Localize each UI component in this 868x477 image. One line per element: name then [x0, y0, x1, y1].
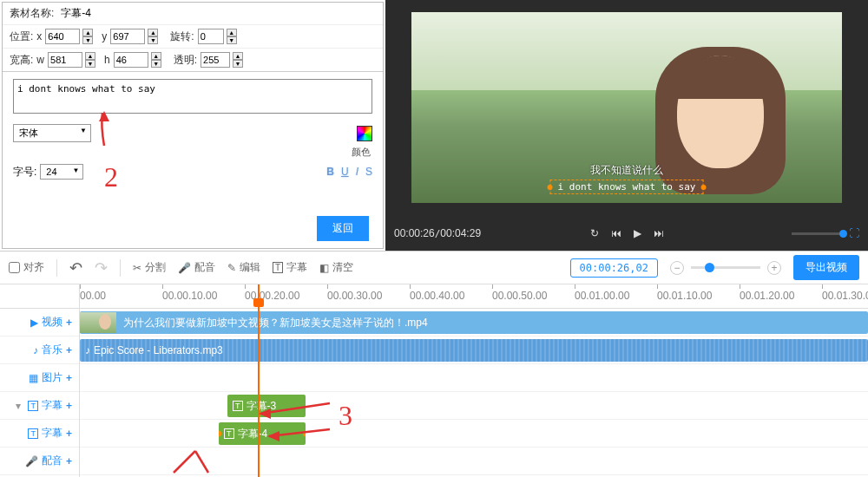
playhead[interactable] — [258, 284, 260, 477]
prev-icon[interactable]: ⏮ — [611, 227, 621, 239]
subtitle-clip-4[interactable]: T 字幕-4 — [219, 422, 306, 445]
timeline-toolbar: 对齐 ↶ ↷ ✂分割 🎤配音 ✎编辑 T字幕 ◧清空 00:00:26,02 −… — [0, 252, 868, 284]
fontsize-dropdown[interactable]: 24 — [40, 164, 83, 180]
color-picker-icon[interactable] — [357, 126, 372, 141]
plus-icon[interactable]: + — [66, 317, 72, 329]
volume-slider[interactable] — [792, 232, 844, 235]
x-spinner[interactable]: ▲▼ — [82, 29, 93, 44]
text-icon: T — [273, 262, 283, 273]
align-tool[interactable]: 对齐 — [9, 260, 44, 275]
time-ruler[interactable]: 00.00 00.00.10.00 00.00.20.00 00.00.30.0… — [80, 284, 868, 309]
x-label: x — [36, 30, 42, 42]
text-icon: T — [28, 401, 38, 411]
opacity-label: 透明: — [174, 53, 197, 68]
image-track-label[interactable]: ▦图片+ — [0, 364, 79, 392]
subtitle-clip-3[interactable]: T 字幕-3 — [227, 395, 306, 417]
mic-icon: 🎤 — [178, 262, 191, 274]
subtitle-track-label-2[interactable]: T字幕+ — [0, 420, 79, 448]
clip-handle-left[interactable] — [219, 431, 221, 437]
undo-icon[interactable]: ↶ — [69, 258, 82, 278]
image-icon: ▦ — [29, 372, 38, 384]
eraser-icon: ◧ — [319, 262, 329, 274]
play-icon[interactable]: ▶ — [634, 227, 641, 239]
voice-track-label[interactable]: 🎤配音+ — [0, 448, 79, 475]
zoom-in-icon[interactable]: + — [767, 261, 781, 275]
rotate-label: 旋转: — [170, 29, 194, 44]
italic-button[interactable]: I — [356, 166, 358, 178]
edit-tool[interactable]: ✎编辑 — [227, 260, 260, 275]
video-clip[interactable]: 为什么我们要做新加坡中文视频？新加坡美女是这样子说的！.mp4 — [80, 311, 868, 334]
subtitle-tool[interactable]: T字幕 — [273, 260, 307, 275]
material-name-value: 字幕-4 — [61, 6, 91, 21]
size-label: 宽高: — [10, 53, 33, 68]
video-track[interactable]: 为什么我们要做新加坡中文视频？新加坡美女是这样子说的！.mp4 — [80, 309, 868, 337]
fontsize-label: 字号: — [13, 165, 36, 180]
font-family-dropdown[interactable]: 宋体 — [13, 124, 91, 142]
export-button[interactable]: 导出视频 — [793, 255, 859, 280]
voice-track[interactable] — [80, 448, 868, 475]
material-name-label: 素材名称: — [10, 6, 54, 21]
audio-track[interactable]: ♪ Epic Score - Liberators.mp3 — [80, 337, 868, 364]
opacity-input[interactable]: 255 — [201, 52, 230, 68]
video-preview-panel: 我不知道说什么 i dont knows what to say 00:00:2… — [385, 0, 868, 251]
video-track-label[interactable]: ▶视频+ — [0, 309, 79, 337]
subtitle-cn: 我不知道说什么 — [550, 163, 704, 178]
w-input[interactable]: 581 — [48, 52, 82, 68]
bold-button[interactable]: B — [326, 166, 334, 178]
subtitle-en-box[interactable]: i dont knows what to say — [550, 180, 704, 194]
h-spinner[interactable]: ▲▼ — [151, 52, 161, 68]
split-tool[interactable]: ✂分割 — [133, 260, 166, 275]
plus-icon[interactable]: + — [66, 455, 72, 467]
next-icon[interactable]: ⏭ — [654, 227, 664, 239]
redo-icon[interactable]: ↷ — [95, 258, 108, 278]
scissors-icon: ✂ — [133, 262, 141, 274]
video-canvas[interactable]: 我不知道说什么 i dont knows what to say — [411, 12, 842, 203]
text-icon: T — [28, 428, 38, 439]
plus-icon[interactable]: + — [66, 400, 72, 412]
pencil-icon: ✎ — [227, 262, 236, 274]
image-track[interactable] — [80, 364, 868, 392]
color-label: 颜色 — [352, 146, 371, 159]
subtitle-track-label[interactable]: ▾T字幕+ — [0, 392, 79, 420]
video-controls: 00:00:26/00:04:29 ↻ ⏮ ▶ ⏭ ⛶ — [385, 221, 868, 245]
timeline-body[interactable]: 00.00 00.00.10.00 00.00.20.00 00.00.30.0… — [80, 284, 868, 477]
strike-button[interactable]: S — [365, 166, 372, 178]
subtitle-track-2[interactable]: T 字幕-4 — [80, 420, 868, 448]
plus-icon[interactable]: + — [66, 344, 72, 356]
zoom-slider[interactable] — [691, 266, 760, 269]
rotate-spinner[interactable]: ▲▼ — [227, 29, 237, 44]
w-label: w — [36, 54, 44, 66]
h-input[interactable]: 46 — [114, 52, 148, 68]
clip-thumbnail — [80, 312, 116, 333]
rotate-input[interactable]: 0 — [198, 29, 224, 44]
subtitle-overlay[interactable]: 我不知道说什么 i dont knows what to say — [550, 163, 704, 194]
plus-icon[interactable]: + — [66, 372, 72, 384]
zoom-out-icon[interactable]: − — [670, 261, 684, 275]
time-display: 00:00:26/00:04:29 — [394, 227, 481, 239]
return-button[interactable]: 返回 — [317, 216, 369, 241]
subtitle-text-input[interactable]: i dont knows what to say — [13, 79, 372, 114]
audio-track-label[interactable]: ♪音乐+ — [0, 337, 79, 364]
audio-clip[interactable]: ♪ Epic Score - Liberators.mp3 — [80, 339, 868, 362]
x-input[interactable]: 640 — [45, 29, 80, 44]
w-spinner[interactable]: ▲▼ — [85, 52, 95, 68]
opacity-spinner[interactable]: ▲▼ — [233, 52, 243, 68]
y-spinner[interactable]: ▲▼ — [148, 29, 158, 44]
fullscreen-icon[interactable]: ⛶ — [849, 227, 859, 239]
y-input[interactable]: 697 — [110, 29, 145, 44]
text-icon: T — [233, 401, 243, 411]
text-icon: T — [224, 428, 234, 439]
chevron-down-icon[interactable]: ▾ — [16, 400, 21, 412]
plus-icon[interactable]: + — [66, 428, 72, 440]
y-label: y — [102, 30, 107, 42]
track-labels: ▶视频+ ♪音乐+ ▦图片+ ▾T字幕+ T字幕+ 🎤配音+ — [0, 284, 80, 477]
clear-tool[interactable]: ◧清空 — [319, 260, 353, 275]
voice-tool[interactable]: 🎤配音 — [178, 260, 215, 275]
clip-handle-right[interactable] — [303, 431, 306, 437]
subtitle-track-1[interactable]: T 字幕-3 — [80, 392, 868, 420]
music-icon: ♪ — [33, 344, 38, 356]
replay-icon[interactable]: ↻ — [590, 227, 599, 239]
properties-panel: 素材名称: 字幕-4 位置: x 640 ▲▼ y 697 ▲▼ 旋转: 0 ▲… — [2, 2, 384, 249]
underline-button[interactable]: U — [341, 166, 349, 178]
timecode-display[interactable]: 00:00:26,02 — [570, 258, 658, 278]
